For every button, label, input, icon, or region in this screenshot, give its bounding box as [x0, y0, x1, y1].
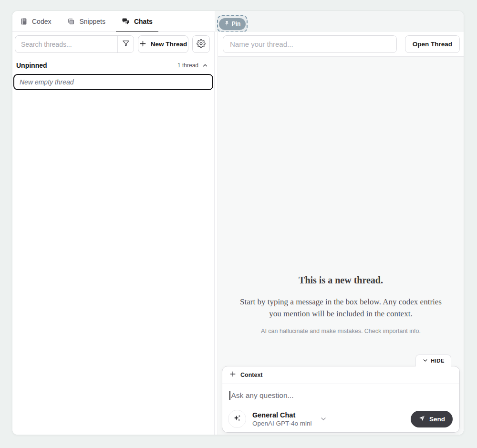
funnel-icon — [122, 39, 130, 49]
hide-composer-button[interactable]: HIDE — [415, 354, 451, 366]
plus-icon — [229, 371, 236, 379]
hide-label: HIDE — [431, 358, 445, 364]
model-avatar — [228, 410, 246, 428]
text-cursor — [229, 391, 230, 400]
thread-header-row: Open Thread — [223, 35, 460, 53]
gear-icon — [197, 39, 206, 50]
copy-icon — [67, 18, 75, 25]
empty-state: This is a new thread. Start by typing a … — [218, 275, 464, 334]
section-collapse-toggle[interactable]: 1 thread — [177, 62, 208, 69]
tab-label: Codex — [32, 18, 51, 25]
ai-disclaimer: AI can hallucinate and make mistakes. Ch… — [218, 328, 464, 334]
tab-bar: Codex Snippets Chats — [12, 11, 215, 32]
section-title: Unpinned — [16, 62, 47, 69]
unpinned-section-header: Unpinned 1 thread — [16, 60, 208, 71]
pushpin-icon — [224, 21, 229, 28]
composer-bottom-row: General Chat OpenAI GPT-4o mini Send — [228, 410, 453, 428]
chat-panel: Open Thread This is a new thread. Start … — [218, 32, 464, 435]
message-input-placeholder: Ask any question... — [231, 391, 294, 400]
empty-state-title: This is a new thread. — [218, 275, 464, 286]
chevron-down-icon — [422, 357, 428, 365]
add-context-button[interactable]: Context — [222, 366, 459, 384]
app-window: Codex Snippets Chats Pin — [12, 10, 464, 435]
sparkles-icon — [233, 414, 242, 425]
tab-codex[interactable]: Codex — [20, 11, 51, 32]
send-button[interactable]: Send — [411, 411, 453, 427]
new-thread-label: New Thread — [151, 41, 187, 48]
tab-snippets[interactable]: Snippets — [67, 11, 105, 32]
tab-list: Codex Snippets Chats — [20, 11, 153, 32]
context-label: Context — [240, 372, 263, 378]
thread-list-item[interactable]: New empty thread — [13, 74, 213, 90]
composer: Context Ask any question... General Chat… — [222, 366, 460, 433]
thread-title: New empty thread — [20, 78, 74, 86]
chat-bubbles-icon — [122, 18, 130, 25]
tab-chats[interactable]: Chats — [122, 11, 153, 32]
tab-label: Chats — [134, 18, 153, 25]
thread-toolbar: New Thread — [15, 35, 210, 53]
chevron-down-icon[interactable] — [320, 415, 327, 423]
settings-button[interactable] — [192, 35, 210, 53]
pin-button[interactable]: Pin — [219, 18, 246, 30]
model-detail: OpenAI GPT-4o mini — [252, 420, 312, 427]
empty-state-body: Start by typing a message in the box bel… — [233, 296, 449, 320]
chevron-up-icon — [202, 62, 208, 69]
book-icon — [20, 18, 28, 25]
model-selector[interactable]: General Chat OpenAI GPT-4o mini — [252, 411, 312, 427]
thread-list-panel: New Thread Unpinned 1 thread New empty t… — [12, 32, 215, 435]
filter-button[interactable] — [117, 36, 134, 52]
open-thread-button[interactable]: Open Thread — [405, 35, 460, 53]
send-label: Send — [429, 416, 445, 423]
thread-name-input[interactable] — [223, 35, 397, 53]
paper-plane-icon — [418, 415, 425, 423]
tab-label: Snippets — [79, 18, 105, 25]
header-right-strip — [215, 11, 464, 32]
message-input[interactable]: Ask any question... — [222, 384, 459, 400]
search-input[interactable] — [15, 36, 117, 52]
pin-label: Pin — [232, 21, 241, 27]
model-name: General Chat — [252, 411, 312, 419]
plus-icon — [139, 40, 146, 49]
search-group — [15, 35, 134, 53]
new-thread-button[interactable]: New Thread — [138, 35, 188, 53]
thread-count: 1 thread — [177, 62, 198, 69]
pin-drop-target[interactable]: Pin — [217, 15, 248, 32]
